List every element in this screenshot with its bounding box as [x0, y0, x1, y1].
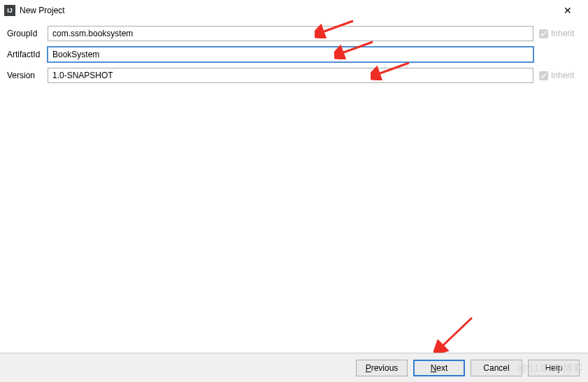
groupid-inherit: Inherit: [539, 29, 581, 38]
row-groupid: GroupId Inherit: [7, 25, 581, 42]
version-inherit-label: Inherit: [551, 71, 574, 80]
version-input[interactable]: [48, 68, 533, 83]
row-artifactid: ArtifactId: [7, 46, 581, 63]
version-inherit-checkbox: [539, 71, 548, 80]
artifactid-input[interactable]: [48, 47, 533, 62]
groupid-label: GroupId: [7, 29, 48, 38]
groupid-inherit-label: Inherit: [551, 29, 574, 38]
artifactid-label: ArtifactId: [7, 50, 48, 59]
groupid-input[interactable]: [48, 26, 533, 41]
close-button[interactable]: ✕: [553, 1, 582, 20]
previous-button[interactable]: PPreviousrevious: [356, 360, 408, 376]
cancel-button[interactable]: Cancel: [471, 360, 522, 376]
titlebar: IJ New Project ✕: [0, 0, 588, 21]
version-label: Version: [7, 71, 48, 80]
button-bar: PPreviousrevious NNextext Cancel Help: [0, 353, 588, 382]
help-button[interactable]: Help: [528, 360, 580, 376]
row-version: Version Inherit: [7, 67, 581, 84]
version-inherit: Inherit: [539, 71, 581, 80]
svg-line-7: [440, 318, 472, 348]
annotation-arrow-icon: [433, 314, 475, 353]
form-area: GroupId Inherit ArtifactId Version Inher…: [0, 21, 588, 84]
next-button[interactable]: NNextext: [413, 360, 465, 376]
groupid-inherit-checkbox: [539, 29, 548, 38]
app-icon: IJ: [4, 5, 15, 16]
window-title: New Project: [20, 6, 65, 15]
